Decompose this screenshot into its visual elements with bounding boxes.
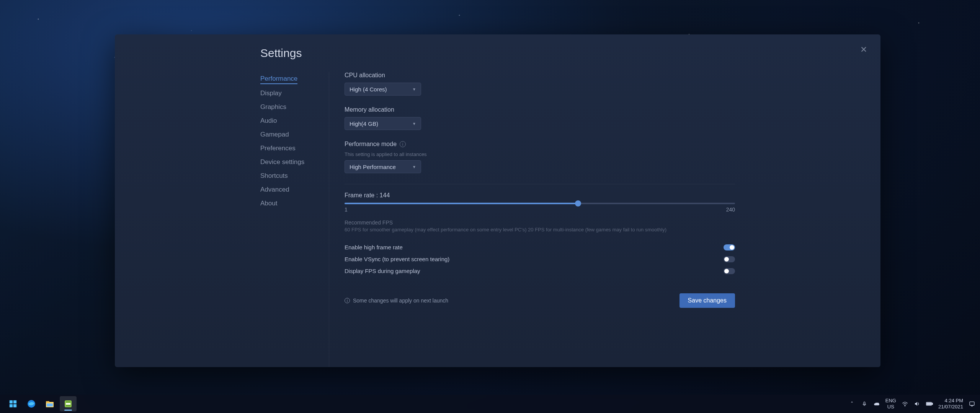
sidebar-item-audio[interactable]: Audio xyxy=(260,114,321,128)
edge-icon xyxy=(27,399,36,408)
footer-note-text: Some changes will apply on next launch xyxy=(353,298,448,304)
onedrive-icon xyxy=(874,402,880,406)
select-value: High (4 Cores) xyxy=(350,86,387,93)
performance-mode-group: Performance mode i This setting is appli… xyxy=(345,141,735,173)
battery-icon xyxy=(926,402,933,406)
save-changes-button[interactable]: Save changes xyxy=(679,293,735,308)
svg-point-13 xyxy=(905,406,905,406)
recommended-body: 60 FPS for smoother gameplay (may effect… xyxy=(345,226,735,233)
recommended-title: Recommended FPS xyxy=(345,220,735,226)
chevron-up-icon: ˄ xyxy=(851,401,853,407)
performance-mode-select[interactable]: High Performance ▼ xyxy=(345,160,421,173)
taskbar-app-explorer[interactable] xyxy=(41,396,58,411)
tray-volume-icon[interactable] xyxy=(914,400,921,407)
slider-fill xyxy=(345,203,578,204)
page-title: Settings xyxy=(260,47,302,63)
taskbar-app-bluestacks[interactable] xyxy=(60,396,77,411)
modal-body: Performance Display Graphics Audio Gamep… xyxy=(115,63,880,367)
tray-battery-icon[interactable] xyxy=(926,400,933,407)
chevron-down-icon: ▼ xyxy=(412,165,416,169)
tray-notifications-icon[interactable] xyxy=(969,400,975,407)
display-fps-toggle[interactable] xyxy=(724,268,735,274)
start-button[interactable] xyxy=(5,396,21,411)
svg-rect-11 xyxy=(66,405,70,406)
sidebar: Performance Display Graphics Audio Gamep… xyxy=(115,72,329,367)
svg-rect-17 xyxy=(970,402,974,405)
sidebar-item-label: Graphics xyxy=(260,103,286,111)
toggle-row-vsync: Enable VSync (to prevent screen tearing) xyxy=(345,256,735,262)
toggle-label: Display FPS during gameplay xyxy=(345,268,420,274)
performance-mode-label: Performance mode i xyxy=(345,141,735,148)
performance-mode-label-text: Performance mode xyxy=(345,141,397,148)
toggle-label: Enable VSync (to prevent screen tearing) xyxy=(345,256,449,262)
memory-allocation-group: Memory allocation High(4 GB) ▼ xyxy=(345,106,735,130)
cpu-allocation-group: CPU allocation High (4 Cores) ▼ xyxy=(345,72,735,96)
tray-microphone-icon[interactable] xyxy=(861,400,868,407)
svg-rect-9 xyxy=(66,403,70,405)
cpu-allocation-select[interactable]: High (4 Cores) ▼ xyxy=(345,83,421,96)
memory-allocation-label: Memory allocation xyxy=(345,106,735,113)
svg-rect-2 xyxy=(10,404,13,407)
slider-thumb[interactable] xyxy=(575,200,581,206)
modal-header: Settings xyxy=(115,34,880,63)
sidebar-item-label: Advanced xyxy=(260,186,289,193)
toggle-label: Enable high frame rate xyxy=(345,244,403,250)
language-line1: ENG xyxy=(885,398,896,404)
svg-rect-15 xyxy=(932,403,933,405)
frame-rate-slider[interactable] xyxy=(345,203,735,204)
toggle-row-high-frame: Enable high frame rate xyxy=(345,244,735,250)
chevron-down-icon: ▼ xyxy=(412,122,416,126)
select-value: High Performance xyxy=(350,164,396,170)
taskbar-app-edge[interactable] xyxy=(23,396,40,411)
sidebar-item-graphics[interactable]: Graphics xyxy=(260,100,321,114)
close-icon: ✕ xyxy=(860,45,867,55)
sidebar-item-label: About xyxy=(260,200,277,207)
sidebar-item-display[interactable]: Display xyxy=(260,86,321,100)
slider-min: 1 xyxy=(345,206,348,213)
sidebar-item-label: Audio xyxy=(260,117,277,124)
cpu-allocation-label: CPU allocation xyxy=(345,72,735,79)
svg-rect-7 xyxy=(47,403,53,406)
microphone-icon xyxy=(862,401,867,406)
toggle-row-display-fps: Display FPS during gameplay xyxy=(345,268,735,274)
tray-onedrive-icon[interactable] xyxy=(873,400,880,407)
toggle-knob xyxy=(724,269,729,273)
sidebar-item-preferences[interactable]: Preferences xyxy=(260,141,321,155)
sidebar-item-performance[interactable]: Performance xyxy=(260,72,297,84)
sidebar-item-gamepad[interactable]: Gamepad xyxy=(260,128,321,141)
close-button[interactable]: ✕ xyxy=(858,44,870,56)
language-indicator[interactable]: ENG US xyxy=(885,398,896,410)
sidebar-item-label: Gamepad xyxy=(260,131,289,138)
performance-mode-hint: This setting is applied to all instances xyxy=(345,151,735,157)
sidebar-item-device-settings[interactable]: Device settings xyxy=(260,155,321,169)
clock-date: 21/07/2021 xyxy=(938,404,963,410)
vsync-toggle[interactable] xyxy=(724,256,735,262)
tray-wifi-icon[interactable] xyxy=(902,400,908,407)
divider xyxy=(345,184,735,184)
svg-rect-0 xyxy=(10,400,13,403)
content-panel: CPU allocation High (4 Cores) ▼ Memory a… xyxy=(329,72,880,367)
toggle-knob xyxy=(724,257,729,262)
svg-rect-12 xyxy=(864,402,865,405)
svg-rect-10 xyxy=(66,402,70,402)
sidebar-item-label: Shortcuts xyxy=(260,172,288,179)
sidebar-item-shortcuts[interactable]: Shortcuts xyxy=(260,169,321,183)
high-frame-toggle[interactable] xyxy=(724,244,735,250)
clock[interactable]: 4:24 PM 21/07/2021 xyxy=(938,398,963,410)
sidebar-item-label: Preferences xyxy=(260,145,296,152)
svg-rect-16 xyxy=(927,403,931,405)
sidebar-item-label: Device settings xyxy=(260,158,304,166)
sidebar-item-advanced[interactable]: Advanced xyxy=(260,183,321,197)
settings-modal: ✕ Settings Performance Display Graphics … xyxy=(115,34,880,367)
svg-rect-3 xyxy=(13,404,16,407)
info-icon[interactable]: i xyxy=(400,141,406,147)
footer: i Some changes will apply on next launch… xyxy=(345,293,735,308)
memory-allocation-select[interactable]: High(4 GB) ▼ xyxy=(345,117,421,130)
taskbar-right: ˄ ENG US 4:24 PM 21/07/2021 xyxy=(849,398,975,410)
svg-rect-6 xyxy=(46,401,49,403)
clock-time: 4:24 PM xyxy=(938,398,963,404)
tray-expand-button[interactable]: ˄ xyxy=(849,400,856,407)
slider-max: 240 xyxy=(726,206,735,213)
sidebar-item-label: Display xyxy=(260,89,282,97)
sidebar-item-about[interactable]: About xyxy=(260,197,321,210)
